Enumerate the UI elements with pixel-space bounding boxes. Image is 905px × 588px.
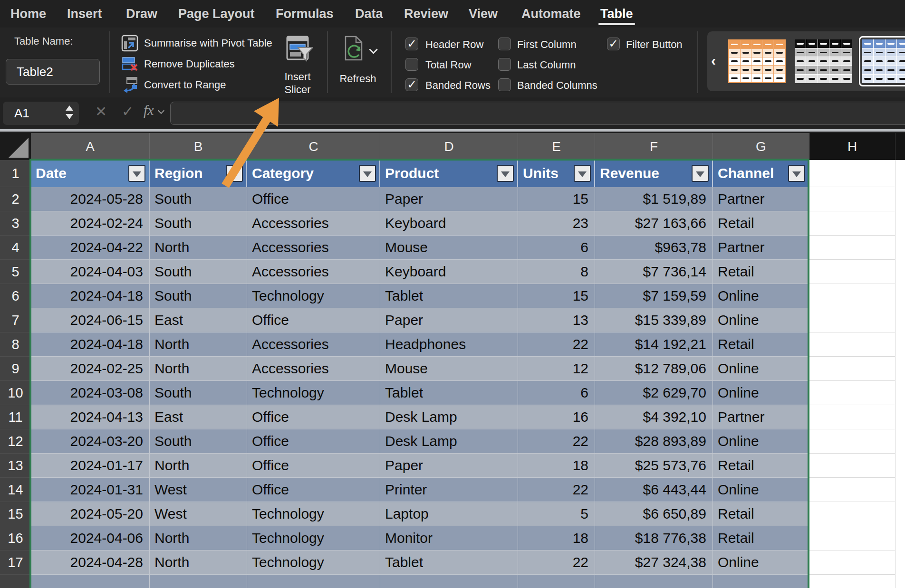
table-style-thumb-dark-table-style[interactable] (795, 39, 852, 83)
cell[interactable]: 18 (518, 454, 595, 478)
empty-cell[interactable] (895, 160, 905, 187)
menu-item-review[interactable]: Review (404, 0, 448, 28)
cell[interactable]: Online (713, 284, 809, 308)
empty-cell[interactable] (809, 211, 895, 236)
cell[interactable]: Retail (713, 332, 809, 357)
cell[interactable]: Technology (247, 381, 380, 405)
checkbox-banded-rows[interactable]: ✓ (405, 78, 418, 91)
cell[interactable]: 2024-03-08 (31, 381, 150, 405)
row-number[interactable]: 14 (0, 478, 31, 502)
chevron-down-icon[interactable] (369, 45, 377, 54)
table-header-product[interactable]: Product (380, 160, 518, 187)
empty-cell[interactable] (895, 502, 905, 526)
column-header-D[interactable]: D (380, 133, 518, 160)
cell[interactable]: Tablet (380, 284, 518, 308)
cell[interactable]: 2024-01-17 (31, 454, 150, 478)
menu-item-view[interactable]: View (469, 0, 498, 28)
empty-cell[interactable] (809, 405, 895, 429)
cell[interactable]: 2024-02-25 (31, 357, 150, 381)
cell[interactable]: Accessories (247, 236, 380, 260)
row-number[interactable]: 11 (0, 405, 31, 429)
cell[interactable]: North (150, 526, 247, 550)
cell[interactable]: Laptop (380, 502, 518, 526)
empty-cell[interactable] (809, 429, 895, 454)
cell[interactable]: Technology (247, 526, 380, 550)
checkbox-header-row[interactable]: ✓ (405, 38, 418, 50)
cell[interactable]: 2024-04-13 (31, 405, 150, 429)
cell[interactable]: North (150, 357, 247, 381)
cell[interactable]: $27 324,38 (595, 550, 713, 575)
empty-cell[interactable] (809, 381, 895, 405)
cell[interactable]: 2024-03-20 (31, 429, 150, 454)
cell[interactable] (595, 575, 713, 588)
empty-cell[interactable] (895, 454, 905, 478)
cell[interactable]: Accessories (247, 332, 380, 357)
cell[interactable] (713, 575, 809, 588)
cell[interactable]: Tablet (380, 381, 518, 405)
empty-cell[interactable] (895, 260, 905, 284)
empty-cell[interactable] (895, 429, 905, 454)
cell[interactable]: Office (247, 478, 380, 502)
row-number[interactable]: 13 (0, 454, 31, 478)
column-header-G[interactable]: G (713, 133, 809, 160)
menu-item-page-layout[interactable]: Page Layout (178, 0, 255, 28)
menu-item-home[interactable]: Home (10, 0, 46, 28)
cell[interactable]: Online (713, 357, 809, 381)
name-box-spinner[interactable] (66, 105, 73, 119)
cell[interactable]: 18 (518, 526, 595, 550)
cell[interactable]: North (150, 550, 247, 575)
cell[interactable]: $28 893,89 (595, 429, 713, 454)
name-box[interactable]: A1 (3, 102, 79, 125)
cell[interactable]: 6 (518, 381, 595, 405)
function-icon[interactable]: fx (144, 102, 164, 118)
cell[interactable]: $1 519,89 (595, 187, 713, 211)
column-header-E[interactable]: E (518, 133, 595, 160)
cell[interactable]: $15 339,89 (595, 308, 713, 332)
cell[interactable] (150, 575, 247, 588)
cell[interactable]: 23 (518, 211, 595, 236)
cell[interactable]: $7 736,14 (595, 260, 713, 284)
filter-button[interactable] (497, 165, 514, 182)
cell[interactable]: Partner (713, 187, 809, 211)
checkbox-filter-button[interactable]: ✓ (607, 38, 620, 50)
cell[interactable]: Printer (380, 478, 518, 502)
cell[interactable]: 2024-02-24 (31, 211, 150, 236)
empty-cell[interactable] (895, 284, 905, 308)
empty-cell[interactable] (895, 550, 905, 575)
refresh-icon[interactable] (340, 35, 367, 64)
table-header-date[interactable]: Date (31, 160, 150, 187)
cell[interactable]: Accessories (247, 357, 380, 381)
cell[interactable]: Paper (380, 454, 518, 478)
row-number[interactable]: 7 (0, 308, 31, 332)
row-number[interactable]: 10 (0, 381, 31, 405)
cell[interactable]: Headphones (380, 332, 518, 357)
empty-cell[interactable] (895, 575, 905, 588)
cell[interactable]: 2024-05-20 (31, 502, 150, 526)
cell[interactable]: $963,78 (595, 236, 713, 260)
gallery-prev-icon[interactable]: ‹ (711, 52, 722, 69)
cell[interactable]: 15 (518, 284, 595, 308)
cell[interactable]: 6 (518, 236, 595, 260)
menu-item-data[interactable]: Data (355, 0, 383, 28)
menu-item-table[interactable]: Table (600, 0, 633, 28)
cell[interactable]: 5 (518, 502, 595, 526)
cell[interactable]: East (150, 405, 247, 429)
cell[interactable]: Retail (713, 526, 809, 550)
filter-button[interactable] (574, 165, 591, 182)
empty-cell[interactable] (895, 332, 905, 357)
cell[interactable]: 22 (518, 332, 595, 357)
cell[interactable]: 15 (518, 187, 595, 211)
cell[interactable]: East (150, 308, 247, 332)
cell[interactable] (31, 575, 150, 588)
empty-cell[interactable] (895, 236, 905, 260)
cell[interactable]: $7 159,59 (595, 284, 713, 308)
remove-duplicates-button[interactable]: Remove Duplicates (121, 56, 235, 72)
empty-cell[interactable] (809, 332, 895, 357)
row-number[interactable] (0, 575, 31, 588)
cell[interactable]: Online (713, 381, 809, 405)
cell[interactable]: Keyboard (380, 260, 518, 284)
cell[interactable]: Paper (380, 308, 518, 332)
cancel-icon[interactable]: ✕ (95, 103, 107, 120)
cell[interactable]: 13 (518, 308, 595, 332)
cell[interactable]: 2024-04-22 (31, 236, 150, 260)
